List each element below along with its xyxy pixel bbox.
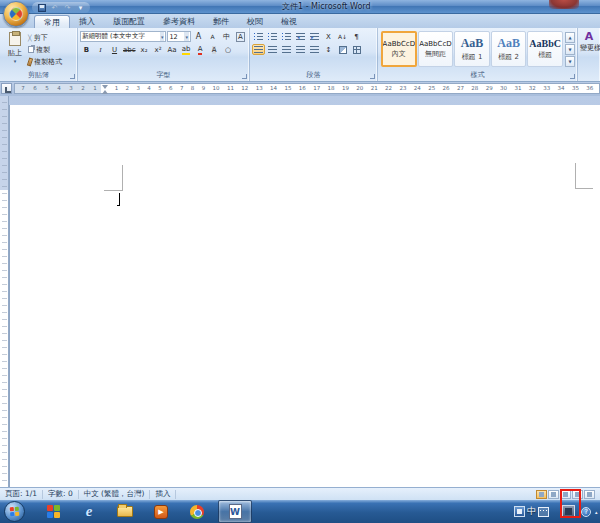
page-indicator[interactable]: 頁面: 1/1 xyxy=(0,490,43,499)
keyboard-icon[interactable] xyxy=(538,507,549,517)
undo-button[interactable]: ↶ xyxy=(49,3,60,13)
word-count-indicator[interactable]: 字數: 0 xyxy=(43,490,79,499)
style-heading1[interactable]: AaB 標題 1 xyxy=(454,31,490,67)
window-title: 文件1 - Microsoft Word xyxy=(282,1,371,12)
character-shading-button[interactable]: A xyxy=(212,46,217,54)
language-bar-icon[interactable] xyxy=(514,506,525,517)
align-left-button[interactable] xyxy=(252,44,265,55)
tab-mailings[interactable]: 郵件 xyxy=(204,15,238,28)
horizontal-ruler[interactable]: 7654321 12345678910111213141516171819202… xyxy=(14,83,600,94)
change-styles-icon: A xyxy=(580,30,598,43)
taskbar-item-chrome[interactable] xyxy=(180,500,214,523)
decrease-indent-button[interactable] xyxy=(294,31,307,42)
print-layout-view-button[interactable] xyxy=(536,490,547,499)
taskbar-item-word-active[interactable]: W xyxy=(218,500,252,523)
show-formatting-marks-button[interactable]: ¶ xyxy=(350,31,363,42)
style-preview: AaBbCcD xyxy=(383,40,415,48)
copy-button[interactable]: 複製 xyxy=(28,44,62,55)
format-painter-button[interactable]: 複製格式 xyxy=(28,56,62,67)
styles-group-label: 樣式 xyxy=(378,70,577,80)
text-highlight-button[interactable]: ab xyxy=(182,45,191,55)
align-right-button[interactable] xyxy=(280,44,293,55)
tab-page-layout[interactable]: 版面配置 xyxy=(104,15,154,28)
tab-home[interactable]: 常用 xyxy=(34,15,70,28)
show-hidden-icons-arrow[interactable]: ▴ xyxy=(595,509,598,515)
bullets-button[interactable] xyxy=(252,31,265,42)
brush-icon xyxy=(27,57,33,66)
chrome-icon xyxy=(190,505,204,519)
shading-button[interactable] xyxy=(336,44,349,55)
subscript-button[interactable]: x₂ xyxy=(138,44,151,55)
ruler-number: 3 xyxy=(136,86,140,92)
superscript-button[interactable]: x² xyxy=(152,44,165,55)
vertical-ruler[interactable] xyxy=(0,96,9,487)
enclose-characters-button[interactable]: ○ xyxy=(222,44,235,55)
increase-indent-button[interactable] xyxy=(308,31,321,42)
insert-mode-indicator[interactable]: 插入 xyxy=(150,490,176,499)
window-close-button[interactable] xyxy=(549,0,579,9)
styles-dialog-launcher[interactable] xyxy=(570,74,575,79)
document-page[interactable] xyxy=(10,105,600,487)
paragraph-group-label: 段落 xyxy=(250,70,377,80)
redo-button[interactable]: ↷ xyxy=(62,3,73,13)
taskbar-item-internet-explorer[interactable]: e xyxy=(72,500,106,523)
indent-marker[interactable] xyxy=(102,85,109,94)
change-case-button[interactable]: Aa xyxy=(166,44,179,55)
clipboard-icon xyxy=(9,32,21,46)
tab-insert[interactable]: 插入 xyxy=(70,15,104,28)
grow-font-button[interactable]: A xyxy=(192,31,205,42)
sort-button[interactable]: A↓ xyxy=(336,31,349,42)
italic-button[interactable]: I xyxy=(94,44,107,55)
start-button[interactable] xyxy=(4,501,25,522)
gallery-expand-button[interactable]: ▼ xyxy=(565,56,575,67)
qat-customize-button[interactable]: ▾ xyxy=(75,3,86,13)
clipboard-dialog-launcher[interactable] xyxy=(70,74,75,79)
font-name-combo[interactable]: 新細明體 (本文中文字 ▾ xyxy=(80,31,166,42)
cut-button[interactable]: ╳ 剪下 xyxy=(28,32,62,43)
style-title[interactable]: AaBbC 標題 xyxy=(527,31,563,67)
full-screen-reading-view-button[interactable] xyxy=(548,490,559,499)
font-dialog-launcher[interactable] xyxy=(242,74,247,79)
paste-button[interactable]: 貼上 ▾ xyxy=(2,30,28,67)
tab-selector-button[interactable] xyxy=(1,83,12,94)
asian-layout-button[interactable]: X xyxy=(322,31,335,42)
borders-button[interactable] xyxy=(350,44,363,55)
gallery-scroll-up-button[interactable]: ▲ xyxy=(565,32,575,43)
paragraph-group: X A↓ ¶ ↕ 段落 xyxy=(250,28,378,81)
phonetic-guide-button[interactable]: 中 xyxy=(220,31,233,42)
draft-view-button[interactable] xyxy=(584,490,595,499)
font-color-button[interactable]: A xyxy=(198,45,203,55)
language-indicator[interactable]: 中文 (繁體，台灣) xyxy=(79,490,151,499)
change-styles-button[interactable]: A 變更樣式 xyxy=(578,28,600,81)
tab-review[interactable]: 校閱 xyxy=(238,15,272,28)
shrink-font-button[interactable]: A xyxy=(206,31,219,42)
office-button[interactable] xyxy=(3,1,29,27)
help-icon[interactable]: ? xyxy=(581,507,591,517)
paragraph-dialog-launcher[interactable] xyxy=(370,74,375,79)
numbering-button[interactable] xyxy=(266,31,279,42)
character-border-button[interactable]: A xyxy=(236,32,245,42)
underline-button[interactable]: U xyxy=(108,44,121,55)
style-no-spacing[interactable]: AaBbCcD 無間距 xyxy=(418,31,454,67)
tab-references[interactable]: 參考資料 xyxy=(154,15,204,28)
save-button[interactable] xyxy=(36,3,47,13)
multilevel-list-button[interactable] xyxy=(280,31,293,42)
justify-button[interactable] xyxy=(294,44,307,55)
font-size-combo[interactable]: 12 ▾ xyxy=(167,31,191,42)
gallery-scroll-down-button[interactable]: ▼ xyxy=(565,44,575,55)
taskbar-item-explorer[interactable] xyxy=(108,500,142,523)
bold-button[interactable]: B xyxy=(80,44,93,55)
align-center-button[interactable] xyxy=(266,44,279,55)
ruler-number: 34 xyxy=(558,86,565,92)
distribute-button[interactable] xyxy=(308,44,321,55)
style-heading2[interactable]: AaB 標題 2 xyxy=(491,31,527,67)
ruler-number: 23 xyxy=(399,86,406,92)
strikethrough-button[interactable]: abc xyxy=(122,44,137,55)
taskbar-item-media-player[interactable]: ▶ xyxy=(144,500,178,523)
line-spacing-button[interactable]: ↕ xyxy=(322,44,335,55)
taskbar-item-windows[interactable] xyxy=(36,500,70,523)
tab-view[interactable]: 檢視 xyxy=(272,15,306,28)
style-normal[interactable]: AaBbCcD 內文 xyxy=(381,31,417,67)
chinese-input-indicator[interactable]: 中 xyxy=(527,505,536,518)
ruler-number: 5 xyxy=(158,86,162,92)
